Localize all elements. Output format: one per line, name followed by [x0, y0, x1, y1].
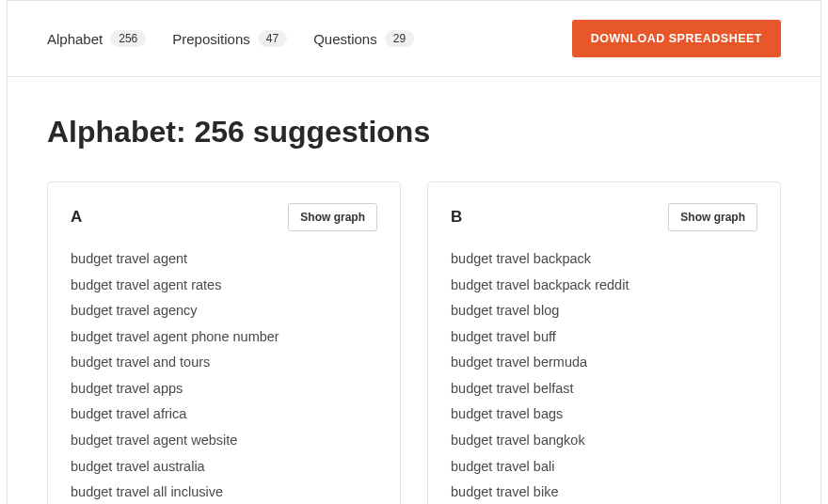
list-item[interactable]: budget travel bali [451, 458, 757, 477]
list-item[interactable]: budget travel africa [71, 405, 377, 424]
tab-badge: 47 [258, 30, 287, 47]
show-graph-button[interactable]: Show graph [668, 203, 757, 231]
top-bar: Alphabet 256 Prepositions 47 Questions 2… [8, 0, 820, 77]
list-item[interactable]: budget travel backpack reddit [451, 276, 757, 295]
list-item[interactable]: budget travel agency [71, 302, 377, 321]
page-heading: Alphabet: 256 suggestions [47, 115, 781, 150]
list-item[interactable]: budget travel bike [451, 483, 757, 502]
list-item[interactable]: budget travel apps [71, 380, 377, 399]
cards-container: A Show graph budget travel agent budget … [47, 181, 781, 504]
main-content: Alphabet: 256 suggestions A Show graph b… [8, 77, 820, 504]
suggestion-list: budget travel agent budget travel agent … [71, 250, 377, 502]
tab-prepositions[interactable]: Prepositions 47 [172, 30, 287, 47]
list-item[interactable]: budget travel and tours [71, 354, 377, 372]
list-item[interactable]: budget travel agent [71, 250, 377, 269]
tab-label: Questions [313, 31, 377, 47]
tab-badge: 29 [385, 30, 414, 47]
list-item[interactable]: budget travel backpack [451, 250, 757, 269]
show-graph-button[interactable]: Show graph [288, 203, 377, 231]
tab-label: Prepositions [172, 31, 250, 47]
list-item[interactable]: budget travel agent rates [71, 276, 377, 295]
tab-questions[interactable]: Questions 29 [313, 30, 414, 47]
list-item[interactable]: budget travel agent phone number [71, 328, 377, 347]
list-item[interactable]: budget travel belfast [451, 380, 757, 399]
card-a: A Show graph budget travel agent budget … [47, 181, 401, 504]
list-item[interactable]: budget travel bermuda [451, 354, 757, 372]
list-item[interactable]: budget travel australia [71, 458, 377, 477]
tab-alphabet[interactable]: Alphabet 256 [47, 30, 146, 47]
tabs-group: Alphabet 256 Prepositions 47 Questions 2… [47, 30, 414, 47]
tab-label: Alphabet [47, 31, 103, 47]
card-b: B Show graph budget travel backpack budg… [427, 181, 781, 504]
card-header: A Show graph [71, 203, 377, 231]
list-item[interactable]: budget travel all inclusive [71, 483, 377, 502]
card-letter: A [71, 208, 82, 227]
list-item[interactable]: budget travel bangkok [451, 432, 757, 450]
list-item[interactable]: budget travel bags [451, 405, 757, 424]
download-spreadsheet-button[interactable]: DOWNLOAD SPREADSHEET [572, 20, 781, 57]
list-item[interactable]: budget travel agent website [71, 432, 377, 450]
list-item[interactable]: budget travel blog [451, 302, 757, 321]
card-header: B Show graph [451, 203, 757, 231]
tab-badge: 256 [110, 30, 146, 47]
card-letter: B [451, 208, 462, 227]
suggestion-list: budget travel backpack budget travel bac… [451, 250, 757, 502]
list-item[interactable]: budget travel buff [451, 328, 757, 347]
